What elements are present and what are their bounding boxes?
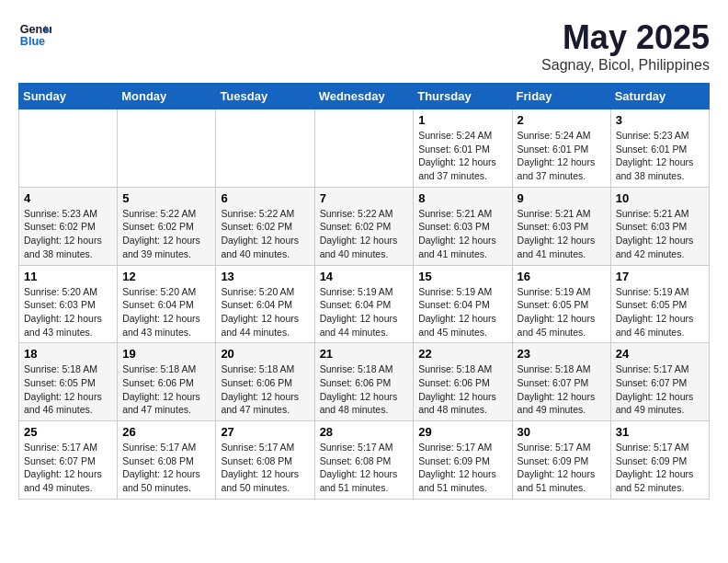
day-number: 17 [616, 270, 704, 283]
svg-text:Blue: Blue [20, 35, 45, 48]
day-content: Sunrise: 5:24 AM Sunset: 6:01 PM Dayligh… [418, 129, 506, 183]
day-content: Sunrise: 5:21 AM Sunset: 6:03 PM Dayligh… [418, 207, 506, 261]
day-cell: 1Sunrise: 5:24 AM Sunset: 6:01 PM Daylig… [414, 109, 512, 188]
day-number: 7 [320, 191, 409, 205]
day-cell: 26Sunrise: 5:17 AM Sunset: 6:08 PM Dayli… [118, 421, 216, 500]
day-content: Sunrise: 5:17 AM Sunset: 6:09 PM Dayligh… [518, 441, 606, 495]
day-content: Sunrise: 5:17 AM Sunset: 6:07 PM Dayligh… [24, 441, 112, 495]
day-cell: 4Sunrise: 5:23 AM Sunset: 6:02 PM Daylig… [19, 187, 118, 265]
day-number: 15 [418, 270, 506, 283]
day-cell: 9Sunrise: 5:21 AM Sunset: 6:03 PM Daylig… [512, 187, 610, 265]
day-cell: 19Sunrise: 5:18 AM Sunset: 6:06 PM Dayli… [118, 343, 216, 421]
day-header-tuesday: Tuesday [216, 84, 314, 109]
day-content: Sunrise: 5:21 AM Sunset: 6:03 PM Dayligh… [518, 207, 606, 261]
day-cell: 10Sunrise: 5:21 AM Sunset: 6:03 PM Dayli… [610, 187, 709, 265]
day-content: Sunrise: 5:20 AM Sunset: 6:04 PM Dayligh… [221, 285, 309, 339]
day-cell: 11Sunrise: 5:20 AM Sunset: 6:03 PM Dayli… [19, 265, 118, 343]
day-header-friday: Friday [512, 84, 610, 109]
day-content: Sunrise: 5:17 AM Sunset: 6:08 PM Dayligh… [221, 441, 309, 495]
day-cell: 14Sunrise: 5:19 AM Sunset: 6:04 PM Dayli… [314, 265, 414, 343]
day-content: Sunrise: 5:19 AM Sunset: 6:04 PM Dayligh… [320, 285, 409, 339]
day-number: 9 [518, 191, 606, 205]
day-number: 22 [418, 347, 506, 361]
day-cell: 8Sunrise: 5:21 AM Sunset: 6:03 PM Daylig… [414, 187, 512, 265]
day-number: 19 [122, 347, 210, 361]
day-number: 25 [24, 425, 112, 439]
day-cell: 28Sunrise: 5:17 AM Sunset: 6:08 PM Dayli… [314, 421, 414, 500]
day-number: 12 [122, 270, 210, 283]
day-cell: 15Sunrise: 5:19 AM Sunset: 6:04 PM Dayli… [414, 265, 512, 343]
day-number: 27 [221, 425, 309, 439]
month-title: May 2025 [541, 18, 710, 57]
day-number: 5 [122, 191, 210, 205]
day-content: Sunrise: 5:18 AM Sunset: 6:06 PM Dayligh… [221, 362, 309, 417]
logo-icon: General Blue [18, 18, 51, 52]
header: General Blue May 2025 Sagnay, Bicol, Phi… [18, 18, 710, 74]
day-cell: 3Sunrise: 5:23 AM Sunset: 6:01 PM Daylig… [610, 109, 709, 188]
day-cell: 24Sunrise: 5:17 AM Sunset: 6:07 PM Dayli… [610, 343, 709, 421]
day-content: Sunrise: 5:22 AM Sunset: 6:02 PM Dayligh… [320, 207, 409, 261]
day-cell [216, 109, 314, 188]
day-cell: 5Sunrise: 5:22 AM Sunset: 6:02 PM Daylig… [118, 187, 216, 265]
day-number: 16 [518, 270, 606, 283]
day-header-sunday: Sunday [19, 84, 118, 109]
day-cell: 6Sunrise: 5:22 AM Sunset: 6:02 PM Daylig… [216, 187, 314, 265]
day-content: Sunrise: 5:17 AM Sunset: 6:08 PM Dayligh… [320, 441, 409, 495]
day-cell: 17Sunrise: 5:19 AM Sunset: 6:05 PM Dayli… [610, 265, 709, 343]
day-header-monday: Monday [118, 84, 216, 109]
day-number: 30 [518, 425, 606, 439]
week-row-2: 4Sunrise: 5:23 AM Sunset: 6:02 PM Daylig… [19, 187, 710, 265]
day-cell [118, 109, 216, 188]
day-content: Sunrise: 5:17 AM Sunset: 6:09 PM Dayligh… [418, 441, 506, 495]
week-row-5: 25Sunrise: 5:17 AM Sunset: 6:07 PM Dayli… [19, 421, 710, 500]
day-cell [314, 109, 414, 188]
day-cell: 23Sunrise: 5:18 AM Sunset: 6:07 PM Dayli… [512, 343, 610, 421]
day-number: 28 [320, 425, 409, 439]
day-content: Sunrise: 5:23 AM Sunset: 6:02 PM Dayligh… [24, 207, 112, 261]
day-cell: 13Sunrise: 5:20 AM Sunset: 6:04 PM Dayli… [216, 265, 314, 343]
day-number: 24 [616, 347, 704, 361]
day-content: Sunrise: 5:18 AM Sunset: 6:06 PM Dayligh… [418, 362, 506, 417]
day-number: 14 [320, 270, 409, 283]
day-cell: 18Sunrise: 5:18 AM Sunset: 6:05 PM Dayli… [19, 343, 118, 421]
day-content: Sunrise: 5:20 AM Sunset: 6:03 PM Dayligh… [24, 285, 112, 339]
day-content: Sunrise: 5:18 AM Sunset: 6:06 PM Dayligh… [122, 362, 210, 417]
day-cell: 12Sunrise: 5:20 AM Sunset: 6:04 PM Dayli… [118, 265, 216, 343]
day-content: Sunrise: 5:20 AM Sunset: 6:04 PM Dayligh… [122, 285, 210, 339]
day-content: Sunrise: 5:22 AM Sunset: 6:02 PM Dayligh… [122, 207, 210, 261]
day-cell: 29Sunrise: 5:17 AM Sunset: 6:09 PM Dayli… [414, 421, 512, 500]
day-number: 18 [24, 347, 112, 361]
day-cell: 22Sunrise: 5:18 AM Sunset: 6:06 PM Dayli… [414, 343, 512, 421]
day-header-wednesday: Wednesday [314, 84, 414, 109]
day-content: Sunrise: 5:19 AM Sunset: 6:05 PM Dayligh… [518, 285, 606, 339]
day-content: Sunrise: 5:18 AM Sunset: 6:06 PM Dayligh… [320, 362, 409, 417]
day-number: 21 [320, 347, 409, 361]
day-header-saturday: Saturday [610, 84, 709, 109]
day-cell: 20Sunrise: 5:18 AM Sunset: 6:06 PM Dayli… [216, 343, 314, 421]
day-content: Sunrise: 5:18 AM Sunset: 6:05 PM Dayligh… [24, 362, 112, 417]
day-number: 2 [518, 113, 606, 127]
day-content: Sunrise: 5:19 AM Sunset: 6:05 PM Dayligh… [616, 285, 704, 339]
day-content: Sunrise: 5:19 AM Sunset: 6:04 PM Dayligh… [418, 285, 506, 339]
day-number: 6 [221, 191, 309, 205]
day-content: Sunrise: 5:24 AM Sunset: 6:01 PM Dayligh… [518, 129, 606, 183]
title-area: May 2025 Sagnay, Bicol, Philippines [541, 18, 710, 74]
day-number: 29 [418, 425, 506, 439]
day-number: 20 [221, 347, 309, 361]
day-number: 13 [221, 270, 309, 283]
day-number: 3 [616, 113, 704, 127]
day-cell: 21Sunrise: 5:18 AM Sunset: 6:06 PM Dayli… [314, 343, 414, 421]
day-content: Sunrise: 5:17 AM Sunset: 6:07 PM Dayligh… [616, 362, 704, 417]
day-number: 4 [24, 191, 112, 205]
day-cell: 2Sunrise: 5:24 AM Sunset: 6:01 PM Daylig… [512, 109, 610, 188]
day-number: 26 [122, 425, 210, 439]
header-row: SundayMondayTuesdayWednesdayThursdayFrid… [19, 84, 710, 109]
day-number: 1 [418, 113, 506, 127]
day-number: 31 [616, 425, 704, 439]
day-cell: 16Sunrise: 5:19 AM Sunset: 6:05 PM Dayli… [512, 265, 610, 343]
day-cell: 25Sunrise: 5:17 AM Sunset: 6:07 PM Dayli… [19, 421, 118, 500]
day-content: Sunrise: 5:22 AM Sunset: 6:02 PM Dayligh… [221, 207, 309, 261]
day-cell: 7Sunrise: 5:22 AM Sunset: 6:02 PM Daylig… [314, 187, 414, 265]
calendar-table: SundayMondayTuesdayWednesdayThursdayFrid… [18, 83, 710, 500]
day-content: Sunrise: 5:18 AM Sunset: 6:07 PM Dayligh… [518, 362, 606, 417]
